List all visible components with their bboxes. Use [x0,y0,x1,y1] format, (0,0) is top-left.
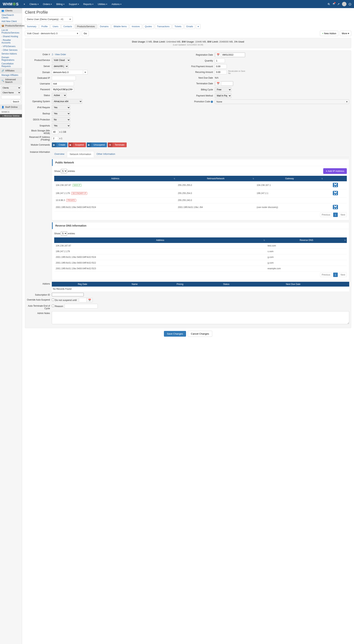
server-select[interactable]: demoVM (1/1 Accounts) [52,64,68,69]
tab-invoices[interactable]: Invoices [130,24,142,29]
tab-domains[interactable]: Domains [98,24,111,29]
tab-users[interactable]: Users [51,24,60,29]
os-select[interactable]: AlmaLinux x64 [52,99,82,104]
pager-prev[interactable]: Previous [320,212,332,217]
service-selector[interactable]: Vultr Cloud - demovm-fsn1-3▾ [25,31,80,36]
network-icon[interactable] [333,205,338,209]
side-link[interactable]: - Other Services [0,48,22,52]
tab-summary[interactable]: Summary [25,24,38,29]
go-button[interactable]: Go [82,31,89,36]
quantity-input[interactable] [215,58,225,63]
payment-method-select[interactable]: Mail In Payment [215,93,231,98]
cancel-button[interactable]: Cancel Changes [188,331,212,337]
side-link[interactable]: Service Addons [0,52,22,56]
pager-next[interactable]: Next [339,272,347,277]
tab-tickets[interactable]: Tickets [172,24,184,29]
tab-transactions[interactable]: Transactions [155,24,171,29]
new-addon-button[interactable]: + New Addon [320,31,338,36]
regdate-input[interactable] [221,53,245,57]
suspend-button[interactable]: ▶Suspend [68,142,86,147]
top-navbar: WHM⚙S + Clients ▾Orders ▾Billing ▾Suppor… [0,0,354,8]
billing-cycle-select[interactable]: Free [215,87,231,92]
override-date-input[interactable] [79,298,86,302]
pager-prev[interactable]: Previous [320,272,332,277]
side-link[interactable]: - Shared Hosting [0,34,22,38]
entries-select[interactable]: 5 [61,169,67,173]
client-selector[interactable]: Demo User (Demo Company) - #1▾ [25,16,73,22]
pager-page[interactable]: 1 [333,272,338,277]
tab-contacts[interactable]: Contacts [61,24,74,29]
inner-tab[interactable]: Other Information [94,151,118,157]
side-link[interactable]: List All Products/Services [0,28,22,34]
nav-billing[interactable]: Billing ▾ [54,0,67,8]
nav-utilities[interactable]: Utilities ▾ [95,0,109,8]
side-link[interactable]: View/Search Clients [0,13,22,20]
terminate-button[interactable]: ⊗Terminate [108,142,127,147]
minimise-sidebar[interactable]: « Minimise Sidebar [0,114,22,118]
nav-reports[interactable]: Reports ▾ [81,0,96,8]
domain-dropdown[interactable]: ▾ [83,70,88,74]
nav-support[interactable]: Support ▾ [67,0,81,8]
settings-icon[interactable] [332,2,335,6]
block-storage-input[interactable] [52,130,58,134]
nav-plus[interactable]: + [21,0,27,8]
ipv6-select[interactable]: Yes [52,105,70,110]
dedicated-ip-input[interactable] [52,76,76,80]
tab-productsservices[interactable]: Products/Services [75,24,97,29]
network-icon[interactable] [333,183,338,187]
side-link[interactable]: Domain Registrations [0,56,22,62]
entries-select[interactable]: 5 [61,231,67,236]
search-input[interactable] [1,95,21,99]
subscription-id-input[interactable] [52,293,84,296]
side-link[interactable]: Add New Client [0,20,22,23]
nav-clients[interactable]: Clients ▾ [27,0,41,8]
termination-date-input[interactable] [221,81,233,86]
inner-tab[interactable]: Overview [52,151,67,157]
product-select[interactable]: Vultr Cloud [52,58,70,62]
pager-page[interactable]: 1 [333,212,338,217]
inner-tab[interactable]: Network Information [67,151,94,157]
side-link[interactable]: - Reseller Accounts [0,38,22,44]
nav-addons[interactable]: Addons ▾ [109,0,123,8]
wrench-icon[interactable] [337,2,340,6]
ddos-select[interactable]: No [52,117,70,122]
password-input[interactable] [52,87,74,92]
snapshots-select[interactable]: Yes [52,123,70,128]
reserved-ip-input[interactable] [52,136,58,140]
search-icon[interactable] [328,2,330,6]
view-order-link[interactable]: 2 - View Order [52,53,66,56]
help-icon[interactable]: ? [349,2,351,6]
backup-select[interactable]: Yes [52,111,70,116]
side-link[interactable]: Manage Affiliates [0,73,22,77]
side-link[interactable]: - VPS/Servers [0,44,22,48]
side-link[interactable]: Cancellation Requests [0,62,22,68]
network-icon[interactable] [333,191,338,195]
pager-next[interactable]: Next [339,212,347,217]
avatar[interactable] [342,2,346,6]
recurring-input[interactable] [215,70,227,74]
autoterm-checkbox[interactable] [52,304,54,307]
tab-billableitems[interactable]: Billable Items [112,24,129,29]
override-checkbox[interactable] [52,298,54,301]
search-field-select[interactable]: Client Name [1,90,21,94]
info-icon[interactable]: i [211,101,213,103]
more-button[interactable]: More ▾ [340,31,351,36]
create-button[interactable]: ▶Create [52,142,68,147]
search-button[interactable]: Search [11,100,21,104]
promo-select[interactable]: None▾ [215,100,349,104]
nav-orders[interactable]: Orders ▾ [41,0,54,8]
add-ip-button[interactable]: + Add IP Address [323,168,347,174]
tab-quotes[interactable]: Quotes [143,24,154,29]
save-button[interactable]: Save Changes [164,331,186,337]
admin-notes-textarea[interactable] [52,311,349,324]
username-input[interactable] [52,82,74,86]
tab-more[interactable]: ▾ [196,24,201,29]
search-type-select[interactable]: Clients [1,86,21,90]
status-select[interactable]: Active [52,93,67,98]
autoterm-reason-input[interactable] [65,304,98,308]
first-payment-input[interactable] [215,64,227,69]
tab-profile[interactable]: Profile [39,24,50,29]
tab-emails[interactable]: Emails [184,24,195,29]
domain-input[interactable] [52,70,83,74]
unsuspend-button[interactable]: ▶Unsuspend [87,142,107,147]
